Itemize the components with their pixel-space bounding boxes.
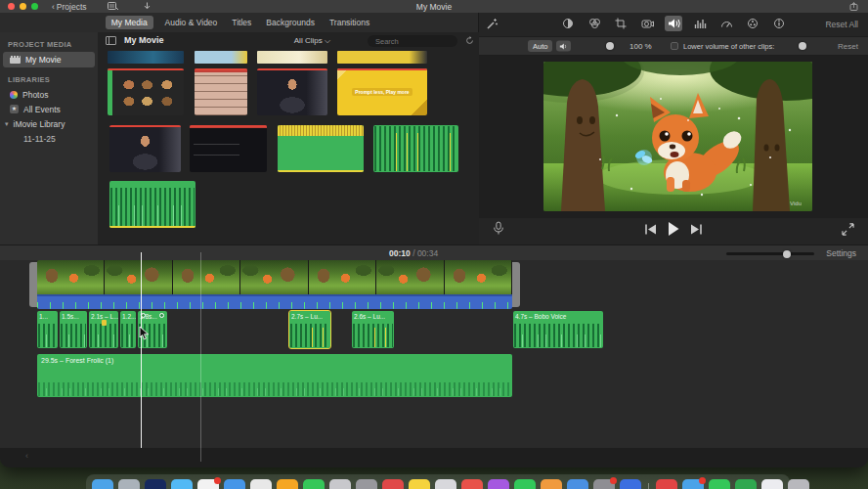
- noise-reduction-icon[interactable]: [691, 16, 709, 31]
- clip-size-knob[interactable]: [783, 250, 791, 258]
- dock-app-icon[interactable]: [197, 479, 219, 489]
- search-field[interactable]: [368, 35, 457, 47]
- audio-clip[interactable]: 2.6s – Lu...: [352, 311, 394, 348]
- clip-trim-handle-left[interactable]: [29, 262, 37, 307]
- media-thumb-terminal[interactable]: [190, 125, 267, 172]
- settings-button[interactable]: Settings: [826, 248, 856, 258]
- video-audio-waveform[interactable]: [37, 294, 512, 309]
- play-button[interactable]: [668, 222, 679, 236]
- dock-app-icon[interactable]: [356, 479, 377, 489]
- auto-volume-button[interactable]: Auto: [528, 40, 552, 52]
- media-thumb-partial[interactable]: [337, 51, 427, 64]
- chevron-down-icon[interactable]: ▾: [5, 120, 9, 128]
- playhead[interactable]: [141, 252, 142, 448]
- tab-transitions[interactable]: Transitions: [326, 16, 372, 29]
- media-thumb-audio[interactable]: [109, 181, 195, 228]
- tab-audio-video[interactable]: Audio & Video: [162, 16, 221, 29]
- clip-trim-handle-right[interactable]: [512, 262, 520, 307]
- sidebar-item-all-events[interactable]: ★ All Events: [0, 102, 98, 116]
- audio-clip[interactable]: 4.7s – Bobo Voice: [513, 311, 603, 348]
- dock-app-icon[interactable]: [656, 479, 677, 489]
- sidebar-item-imovie-library[interactable]: ▾ iMovie Library: [0, 116, 98, 131]
- clip-filter-dropdown[interactable]: All Clips ⌵: [294, 36, 330, 46]
- reset-volume-button[interactable]: Reset: [838, 42, 858, 51]
- audio-clip[interactable]: 1...: [37, 311, 58, 348]
- dock-app-icon[interactable]: [593, 479, 615, 489]
- clip-size-slider[interactable]: [726, 252, 814, 255]
- background-music-clip[interactable]: 29.5s – Forest Frolic (1): [37, 354, 512, 397]
- dock-app-icon[interactable]: [541, 479, 562, 489]
- media-thumb-person[interactable]: [109, 125, 181, 172]
- media-thumb-audio[interactable]: [278, 125, 364, 172]
- dock-app-icon[interactable]: [514, 479, 536, 489]
- preview-video[interactable]: Vidu: [543, 62, 812, 211]
- lower-volume-checkbox[interactable]: [671, 42, 678, 50]
- sidebar-toggle-icon[interactable]: [106, 36, 116, 45]
- search-input[interactable]: [375, 37, 470, 46]
- sidebar-item-photos[interactable]: Photos: [0, 87, 98, 102]
- color-balance-icon[interactable]: [559, 16, 577, 31]
- dock-app-icon[interactable]: [224, 479, 245, 489]
- dock-app-icon[interactable]: [682, 479, 704, 489]
- dock-app-icon[interactable]: [277, 479, 298, 489]
- download-arrow-icon[interactable]: [143, 2, 152, 11]
- dock-app-icon[interactable]: [461, 479, 483, 489]
- volume-slider-knob[interactable]: [606, 42, 614, 50]
- fullscreen-icon[interactable]: [842, 223, 854, 236]
- info-icon[interactable]: [770, 16, 788, 31]
- dock-app-icon[interactable]: [567, 479, 588, 489]
- audio-clip[interactable]: 2.1s – L...: [89, 311, 118, 348]
- dock-app-icon[interactable]: [620, 479, 641, 489]
- dock-app-icon[interactable]: [382, 479, 404, 489]
- media-thumb-document[interactable]: [195, 68, 247, 115]
- dock-app-icon[interactable]: [409, 479, 430, 489]
- dock-app-icon[interactable]: [92, 479, 113, 489]
- refresh-circle-icon[interactable]: [465, 36, 474, 45]
- dock-app-icon[interactable]: [488, 479, 509, 489]
- dock-app-icon[interactable]: [761, 479, 783, 489]
- projects-back-button[interactable]: ‹ Projects: [52, 2, 87, 12]
- share-icon[interactable]: [849, 2, 858, 11]
- crop-icon[interactable]: [612, 16, 629, 31]
- clip-filter-icon[interactable]: [744, 16, 761, 31]
- dock-app-icon[interactable]: [329, 479, 351, 489]
- audio-clip[interactable]: 1.2...: [120, 311, 136, 348]
- dock-app-icon[interactable]: [171, 479, 193, 489]
- media-thumb-partial[interactable]: [195, 51, 247, 64]
- audio-clip-selected[interactable]: 2.7s – Lu...: [289, 311, 330, 348]
- media-thumb-person[interactable]: [257, 68, 327, 115]
- close-window-button[interactable]: [8, 3, 15, 10]
- dock-app-icon[interactable]: [303, 479, 325, 489]
- stabilization-icon[interactable]: [638, 16, 656, 31]
- reset-all-button[interactable]: Reset All: [825, 20, 858, 29]
- dock-app-icon[interactable]: [709, 479, 730, 489]
- next-frame-button[interactable]: [690, 224, 703, 235]
- speed-icon[interactable]: [717, 16, 735, 31]
- dock-app-icon[interactable]: [145, 479, 166, 489]
- tab-my-media[interactable]: My Media: [106, 16, 153, 29]
- previous-frame-button[interactable]: [644, 224, 657, 235]
- media-thumb-partial[interactable]: [108, 51, 184, 64]
- audio-clip[interactable]: 1.5s...: [60, 311, 87, 348]
- dock-app-icon[interactable]: [788, 479, 809, 489]
- media-thumb-partial[interactable]: [257, 51, 327, 64]
- tab-backgrounds[interactable]: Backgrounds: [263, 16, 318, 29]
- sidebar-item-my-movie[interactable]: My Movie: [3, 52, 95, 67]
- timeline[interactable]: 1... 1.5s... 2.1s – L... 1.2... 1.8s...: [0, 260, 868, 448]
- video-clip[interactable]: [37, 260, 512, 294]
- tab-titles[interactable]: Titles: [229, 16, 254, 29]
- dock-app-icon[interactable]: [435, 479, 456, 489]
- dock-app-icon[interactable]: [735, 479, 757, 489]
- lower-volume-slider-knob[interactable]: [799, 42, 806, 50]
- minimize-window-button[interactable]: [20, 3, 26, 10]
- color-correction-icon[interactable]: [586, 16, 603, 31]
- dock-app-icon[interactable]: [250, 479, 272, 489]
- zoom-window-button[interactable]: [31, 3, 38, 10]
- sidebar-item-event-date[interactable]: 11-11-25: [0, 131, 98, 146]
- fade-handle[interactable]: [159, 313, 164, 318]
- dock-app-icon[interactable]: [118, 479, 140, 489]
- media-thumb-slide[interactable]: Prompt less, Play more: [337, 68, 427, 115]
- volume-icon[interactable]: [665, 16, 682, 31]
- mute-button[interactable]: [556, 41, 571, 52]
- media-thumb-screenshot[interactable]: [108, 68, 184, 115]
